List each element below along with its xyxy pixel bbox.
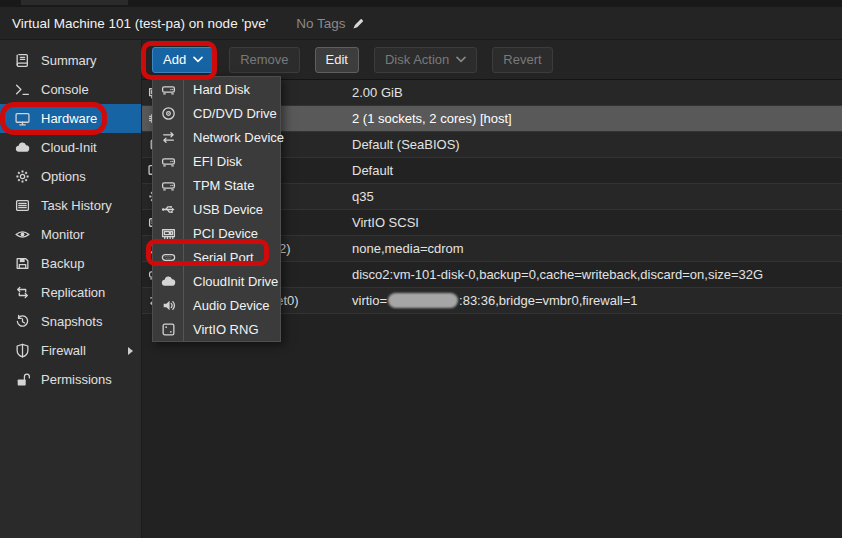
device-value: none,media=cdrom <box>352 236 464 261</box>
sidebar-item-replication[interactable]: Replication <box>0 278 141 307</box>
vm-header-bar: Virtual Machine 101 (test-pa) on node 'p… <box>0 7 842 40</box>
menu-item-label: Network Device <box>184 130 284 145</box>
sidebar-item-summary[interactable]: Summary <box>0 46 141 75</box>
menu-item-label: Audio Device <box>184 298 270 313</box>
device-value: disco2:vm-101-disk-0,backup=0,cache=writ… <box>352 262 763 287</box>
edit-tags-pencil-icon[interactable] <box>352 17 365 30</box>
sidebar-item-options[interactable]: Options <box>0 162 141 191</box>
sidebar-item-backup[interactable]: Backup <box>0 249 141 278</box>
sidebar-item-task-history[interactable]: Task History <box>0 191 141 220</box>
usb-icon <box>153 197 184 221</box>
hdd-icon <box>153 173 184 197</box>
menu-item-network-device[interactable]: Network Device <box>153 125 280 149</box>
sidebar-item-label: Hardware <box>41 111 97 126</box>
sidebar-item-hardware[interactable]: Hardware <box>0 104 141 133</box>
sidebar: SummaryConsoleHardwareCloud-InitOptionsT… <box>0 40 142 538</box>
disk-action-button[interactable]: Disk Action <box>374 47 477 73</box>
add-dropdown-menu: Hard DiskCD/DVD DriveNetwork DeviceEFI D… <box>152 76 281 342</box>
dice-icon <box>153 317 184 341</box>
chevron-down-icon <box>193 56 203 63</box>
replication-icon <box>14 285 31 300</box>
menu-item-audio-device[interactable]: Audio Device <box>153 293 280 317</box>
remove-button[interactable]: Remove <box>229 47 299 73</box>
top-tab-fragment <box>21 0 128 5</box>
cd-icon <box>153 101 184 125</box>
revert-button[interactable]: Revert <box>492 47 552 73</box>
menu-item-label: CD/DVD Drive <box>184 106 277 121</box>
sidebar-item-cloud-init[interactable]: Cloud-Init <box>0 133 141 162</box>
vm-title: Virtual Machine 101 (test-pa) on node 'p… <box>12 16 268 31</box>
hardware-toolbar: AddRemoveEditDisk ActionRevert <box>142 40 842 80</box>
eye-icon <box>14 227 31 242</box>
button-label: Remove <box>240 52 288 67</box>
menu-item-label: TPM State <box>184 178 254 193</box>
sidebar-item-label: Permissions <box>41 372 112 387</box>
floppy-icon <box>14 256 31 271</box>
top-strip <box>0 0 842 7</box>
edit-button[interactable]: Edit <box>315 47 359 73</box>
sidebar-item-label: Firewall <box>41 343 86 358</box>
sidebar-item-monitor[interactable]: Monitor <box>0 220 141 249</box>
redacted-mac-address <box>388 293 458 308</box>
menu-item-efi-disk[interactable]: EFI Disk <box>153 149 280 173</box>
sidebar-item-label: Summary <box>41 53 97 68</box>
button-label: Disk Action <box>385 52 449 67</box>
menu-item-label: USB Device <box>184 202 263 217</box>
device-value: 2.00 GiB <box>352 80 403 105</box>
sidebar-item-console[interactable]: Console <box>0 75 141 104</box>
device-value: Default (SeaBIOS) <box>352 132 460 157</box>
menu-item-pci-device[interactable]: PCI Device <box>153 221 280 245</box>
sidebar-item-snapshots[interactable]: Snapshots <box>0 307 141 336</box>
add-button[interactable]: Add <box>152 47 214 73</box>
chevron-down-icon <box>456 56 466 63</box>
hdd-icon <box>153 77 184 101</box>
menu-item-usb-device[interactable]: USB Device <box>153 197 280 221</box>
button-label: Revert <box>503 52 541 67</box>
cloud-icon <box>14 140 31 155</box>
device-value: 2 (1 sockets, 2 cores) [host] <box>352 106 512 131</box>
book-icon <box>14 53 31 68</box>
sidebar-item-label: Cloud-Init <box>41 140 97 155</box>
menu-item-label: CloudInit Drive <box>184 274 278 289</box>
tags-label: No Tags <box>296 16 345 31</box>
submenu-arrow-icon <box>128 347 133 355</box>
gear-icon <box>14 169 31 184</box>
sidebar-item-label: Monitor <box>41 227 84 242</box>
sidebar-item-label: Task History <box>41 198 112 213</box>
sidebar-item-firewall[interactable]: Firewall <box>0 336 141 365</box>
terminal-icon <box>14 82 31 97</box>
menu-item-label: EFI Disk <box>184 154 242 169</box>
device-value: virtio=:83:36,bridge=vmbr0,firewall=1 <box>352 288 638 313</box>
menu-item-hard-disk[interactable]: Hard Disk <box>153 77 280 101</box>
sidebar-item-permissions[interactable]: Permissions <box>0 365 141 394</box>
sidebar-item-label: Backup <box>41 256 84 271</box>
serial-icon <box>153 245 184 269</box>
menu-item-tpm-state[interactable]: TPM State <box>153 173 280 197</box>
cloud-icon <box>153 269 184 293</box>
history-icon <box>14 314 31 329</box>
sidebar-item-label: Replication <box>41 285 105 300</box>
display-icon <box>14 111 31 126</box>
button-label: Edit <box>326 52 348 67</box>
sidebar-item-label: Snapshots <box>41 314 102 329</box>
audio-icon <box>153 293 184 317</box>
device-value: Default <box>352 158 393 183</box>
menu-item-label: PCI Device <box>184 226 258 241</box>
menu-item-label: Serial Port <box>184 250 254 265</box>
button-label: Add <box>163 52 186 67</box>
device-value: q35 <box>352 184 374 209</box>
menu-item-cd-dvd-drive[interactable]: CD/DVD Drive <box>153 101 280 125</box>
pci-icon <box>153 221 184 245</box>
sidebar-item-label: Options <box>41 169 86 184</box>
proxmox-window: Virtual Machine 101 (test-pa) on node 'p… <box>0 0 842 538</box>
hdd-icon <box>153 149 184 173</box>
menu-item-serial-port[interactable]: Serial Port <box>153 245 280 269</box>
menu-item-virtio-rng[interactable]: VirtIO RNG <box>153 317 280 341</box>
list-icon <box>14 198 31 213</box>
exchange-icon <box>153 125 184 149</box>
main-area: SummaryConsoleHardwareCloud-InitOptionsT… <box>0 40 842 538</box>
shield-icon <box>14 343 31 358</box>
menu-item-label: Hard Disk <box>184 82 250 97</box>
unlock-icon <box>14 372 31 387</box>
menu-item-cloudinit-drive[interactable]: CloudInit Drive <box>153 269 280 293</box>
